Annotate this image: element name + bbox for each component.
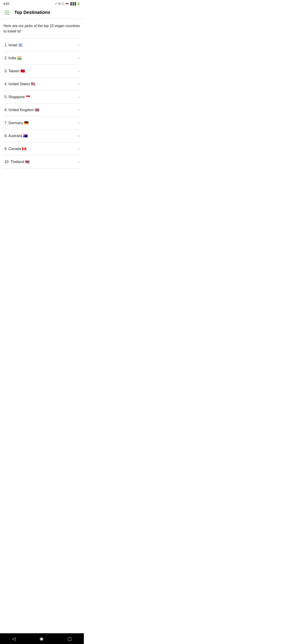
description-text: Here are our picks of the top 10 vegan c… [4,23,80,34]
status-bar: 8:53 ✓ ◎ 📋 ▾▾ ▐▐▐ 🔋 [0,0,84,6]
chevron-right-icon: › [78,146,80,151]
chevron-right-icon: › [78,134,80,138]
destinations-list: 1. Israel 🇮🇱›2. India 🇮🇳›3. Taiwan 🇹🇼›4.… [4,38,80,168]
list-item[interactable]: 3. Taiwan 🇹🇼› [4,64,80,78]
list-item[interactable]: 5. Singapore 🇸🇬› [4,90,80,104]
destination-label: 5. Singapore 🇸🇬 [4,95,30,99]
chevron-right-icon: › [78,69,80,73]
destination-label: 4. United States 🇺🇸 [4,82,35,86]
list-item[interactable]: 8. Australia 🇦🇺› [4,130,80,142]
list-item[interactable]: 4. United States 🇺🇸› [4,78,80,90]
list-item[interactable]: 9. Canada 🇨🇦› [4,142,80,156]
destination-label: 9. Canada 🇨🇦 [4,147,26,151]
list-item[interactable]: 2. India 🇮🇳› [4,52,80,64]
menu-line-2 [4,12,10,13]
toolbar: Top Destinations [0,6,84,19]
page-title: Top Destinations [14,10,50,15]
destination-label: 7. Germany 🇩🇪 [4,121,28,125]
content-area: Here are our picks of the top 10 vegan c… [0,19,84,172]
destination-label: 6. United Kingdom 🇬🇧 [4,108,39,112]
signal-icon: ▐▐▐ [70,2,76,5]
menu-line-3 [4,14,10,14]
chevron-right-icon: › [78,120,80,125]
list-item[interactable]: 10. Thailand 🇹🇭› [4,156,80,168]
chevron-right-icon: › [78,108,80,112]
list-item[interactable]: 1. Israel 🇮🇱› [4,38,80,52]
destination-label: 1. Israel 🇮🇱 [4,43,22,47]
chevron-right-icon: › [78,43,80,48]
menu-button[interactable] [4,9,11,16]
destination-label: 10. Thailand 🇹🇭 [4,160,30,164]
circle-icon: ◎ [58,2,60,5]
list-item[interactable]: 6. United Kingdom 🇬🇧› [4,104,80,116]
destination-label: 3. Taiwan 🇹🇼 [4,69,25,73]
wifi-icon: ▾▾ [66,2,69,5]
battery-icon: 🔋 [77,2,80,5]
destination-label: 2. India 🇮🇳 [4,56,22,60]
status-icons: ✓ ◎ 📋 ▾▾ ▐▐▐ 🔋 [55,2,80,5]
destination-label: 8. Australia 🇦🇺 [4,134,28,138]
menu-line-1 [4,11,10,11]
chevron-right-icon: › [78,160,80,164]
check-icon: ✓ [55,2,57,5]
chevron-right-icon: › [78,82,80,86]
chevron-right-icon: › [78,94,80,99]
chevron-right-icon: › [78,56,80,60]
clipboard-icon: 📋 [61,2,64,5]
list-item[interactable]: 7. Germany 🇩🇪› [4,116,80,130]
status-time: 8:53 [4,2,9,5]
